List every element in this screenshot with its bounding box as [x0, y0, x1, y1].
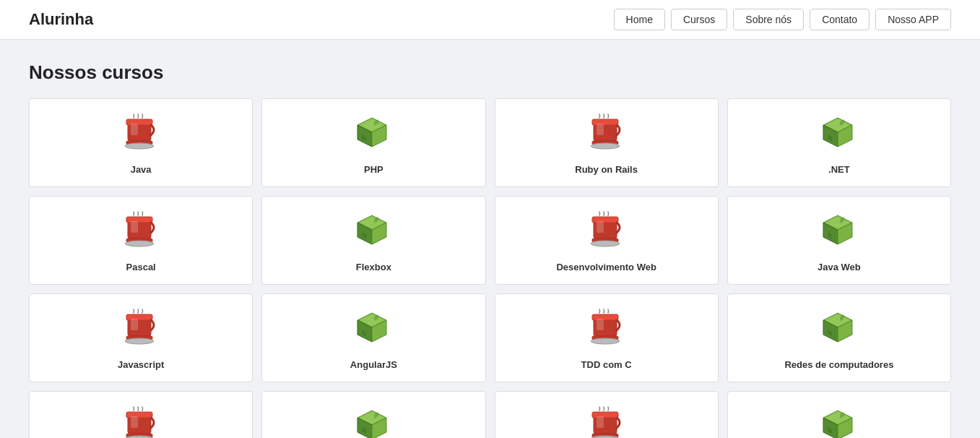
block-icon — [819, 113, 859, 157]
course-card-pascal[interactable]: Pascal — [29, 196, 253, 285]
course-label-desenvolvimento-web: Desenvolvimento Web — [556, 262, 656, 272]
course-card-logica-de-programacao[interactable]: Lógica de programação — [727, 391, 951, 438]
coffee-icon — [121, 406, 161, 438]
block-icon — [353, 113, 394, 157]
course-label-flexbox: Flexbox — [356, 262, 391, 272]
coffee-icon — [586, 309, 627, 352]
main-nav: HomeCursosSobre nósContatoNosso APP — [614, 9, 951, 30]
course-label-javascript: Javascript — [118, 359, 164, 370]
course-label-net: .NET — [828, 164, 850, 175]
course-label-ruby-on-rails: Ruby on Rails — [575, 164, 638, 175]
section-title: Nossos cursos — [29, 61, 951, 84]
course-card-mysql[interactable]: MySQL — [29, 391, 253, 438]
course-card-ruby-on-rails[interactable]: Ruby on Rails — [495, 98, 719, 187]
course-card-flexbox[interactable]: Flexbox — [261, 196, 485, 285]
nav-contato-button[interactable]: Contato — [810, 9, 870, 30]
block-icon — [353, 309, 394, 352]
course-label-php: PHP — [364, 164, 383, 175]
course-card-java-web[interactable]: Java Web — [727, 196, 951, 285]
block-icon — [819, 309, 859, 352]
course-card-desenvolvimento-web[interactable]: Desenvolvimento Web — [495, 196, 719, 285]
block-icon — [819, 406, 859, 438]
course-card-javascript[interactable]: Javascript — [29, 293, 253, 382]
course-label-pascal: Pascal — [126, 262, 156, 272]
coffee-icon — [586, 406, 627, 438]
course-label-redes-de-computadores: Redes de computadores — [784, 359, 893, 370]
block-icon — [353, 406, 394, 438]
site-logo: Alurinha — [29, 10, 93, 29]
nav-cursos-button[interactable]: Cursos — [671, 9, 727, 30]
course-label-java-web: Java Web — [818, 262, 861, 272]
block-icon — [353, 211, 394, 254]
course-card-php[interactable]: PHP — [261, 98, 485, 187]
nav-home-button[interactable]: Home — [614, 9, 665, 30]
course-card-postegres[interactable]: Postegres — [495, 391, 719, 438]
course-card-net[interactable]: .NET — [727, 98, 951, 187]
course-card-redes-de-computadores[interactable]: Redes de computadores — [727, 293, 951, 382]
course-card-mariadb[interactable]: MariaDB — [261, 391, 485, 438]
coffee-icon — [121, 309, 161, 352]
nav-app-button[interactable]: Nosso APP — [875, 9, 951, 30]
course-card-tdd-com-c[interactable]: TDD com C — [495, 293, 719, 382]
course-label-java: Java — [131, 164, 152, 175]
coffee-icon — [586, 113, 627, 157]
course-label-tdd-com-c: TDD com C — [581, 359, 632, 370]
course-label-angularjs: AngularJS — [350, 359, 397, 370]
courses-grid: JavaPHPRuby on Rails.NETPascalFlexboxDes… — [29, 98, 951, 438]
course-card-java[interactable]: Java — [29, 98, 253, 187]
block-icon — [819, 211, 859, 254]
coffee-icon — [121, 211, 161, 254]
course-card-angularjs[interactable]: AngularJS — [261, 293, 485, 382]
nav-sobre-button[interactable]: Sobre nós — [733, 9, 804, 30]
coffee-icon — [121, 113, 161, 157]
coffee-icon — [586, 211, 627, 254]
